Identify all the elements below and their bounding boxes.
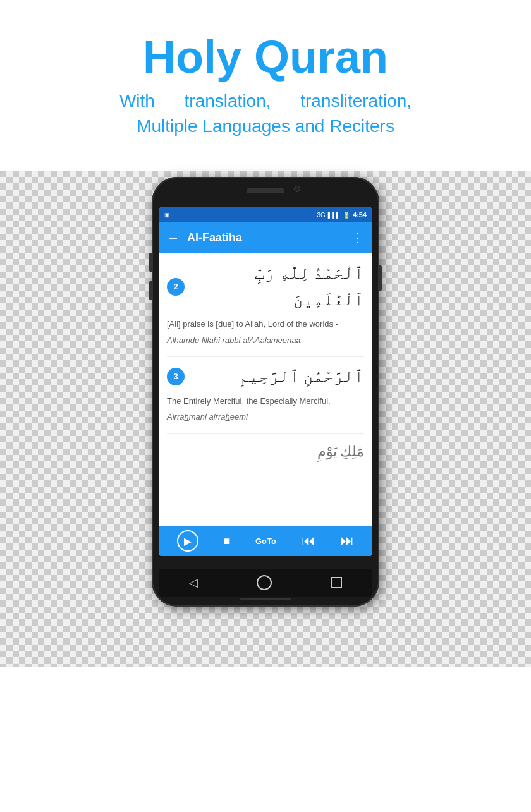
volume-down-button: [149, 281, 152, 300]
verse-translation-2: [All] praise is [due] to Allah, Lord of …: [167, 318, 364, 330]
back-nav-button[interactable]: ◁: [189, 576, 198, 590]
app-title: Holy Quran: [143, 32, 388, 82]
verse-arabic-row-3: 3 ٱلرَّحْمَٰنِ ٱلرَّحِيمِ: [167, 363, 364, 390]
recent-nav-button[interactable]: [331, 577, 342, 588]
signal-label: 3G: [317, 212, 325, 219]
phone-screen: ▣ 3G ▌▌▌ 🔋 4:54 ← Al-Faatiha ⋮: [159, 207, 372, 556]
battery-icon: 🔋: [343, 212, 350, 219]
status-bar: ▣ 3G ▌▌▌ 🔋 4:54: [159, 207, 372, 222]
verse-block-2: 2 ٱلْحَمْدُ لِلَّهِ رَبِّ ٱلْعَٰلَمِينَ …: [167, 260, 364, 346]
verse-transliteration-3: Alrrahmani alrraheemi: [167, 411, 364, 423]
app-bar-title: Al-Faatiha: [187, 231, 344, 245]
verse-block-3: 3 ٱلرَّحْمَٰنِ ٱلرَّحِيمِ The Entirely M…: [167, 363, 364, 423]
quran-content: 2 ٱلْحَمْدُ لِلَّهِ رَبِّ ٱلْعَٰلَمِينَ …: [159, 253, 372, 526]
next-button[interactable]: ⏭: [340, 533, 354, 549]
phone-mockup: ▣ 3G ▌▌▌ 🔋 4:54 ← Al-Faatiha ⋮: [152, 177, 379, 607]
signal-bars: ▌▌▌: [328, 212, 340, 218]
verse-arabic-row-2: 2 ٱلْحَمْدُ لِلَّهِ رَبِّ ٱلْعَٰلَمِينَ: [167, 260, 364, 313]
verse-translation-3: The Entirely Merciful, the Especially Me…: [167, 395, 364, 408]
volume-up-button: [149, 253, 152, 272]
back-button[interactable]: ←: [167, 231, 180, 245]
prev-button[interactable]: ⏮: [302, 533, 315, 549]
verse-transliteration-2: Alhamdu lillahi rabbi alAAalameenaa: [167, 334, 364, 347]
verse-arabic-3: ٱلرَّحْمَٰنِ ٱلرَّحِيمِ: [190, 363, 364, 390]
sim-icon: ▣: [164, 212, 170, 218]
app-bar: ← Al-Faatiha ⋮: [159, 222, 372, 253]
stop-button[interactable]: ■: [223, 535, 230, 548]
phone-body: ▣ 3G ▌▌▌ 🔋 4:54 ← Al-Faatiha ⋮: [152, 177, 379, 607]
divider-2: [167, 433, 364, 434]
bottom-section: [0, 667, 531, 812]
phone-speaker: [247, 188, 284, 193]
goto-button[interactable]: GoTo: [255, 536, 276, 546]
media-bar: ▶ ■ GoTo ⏮ ⏭: [159, 526, 372, 556]
status-bar-left: ▣: [164, 212, 314, 218]
home-nav-button[interactable]: [257, 575, 272, 590]
status-time: 4:54: [353, 211, 367, 219]
page-container: Holy Quran With translation, translitera…: [0, 0, 531, 812]
more-options-button[interactable]: ⋮: [351, 230, 364, 245]
app-subtitle: With translation, transliteration,Multip…: [119, 88, 412, 138]
verse-arabic-2: ٱلْحَمْدُ لِلَّهِ رَبِّ ٱلْعَٰلَمِينَ: [190, 260, 364, 313]
power-button: [379, 265, 382, 291]
divider-1: [167, 356, 364, 357]
verse-arabic-partial: مَٰلِكِ يَوْمِ: [167, 440, 364, 463]
android-nav-bar: ◁: [159, 569, 372, 597]
top-section: Holy Quran With translation, translitera…: [0, 0, 531, 171]
play-button[interactable]: ▶: [177, 530, 198, 552]
verse-number-2: 2: [167, 278, 185, 296]
verse-number-3: 3: [167, 368, 185, 385]
phone-camera: [294, 186, 300, 192]
phone-home-indicator: [240, 598, 291, 600]
